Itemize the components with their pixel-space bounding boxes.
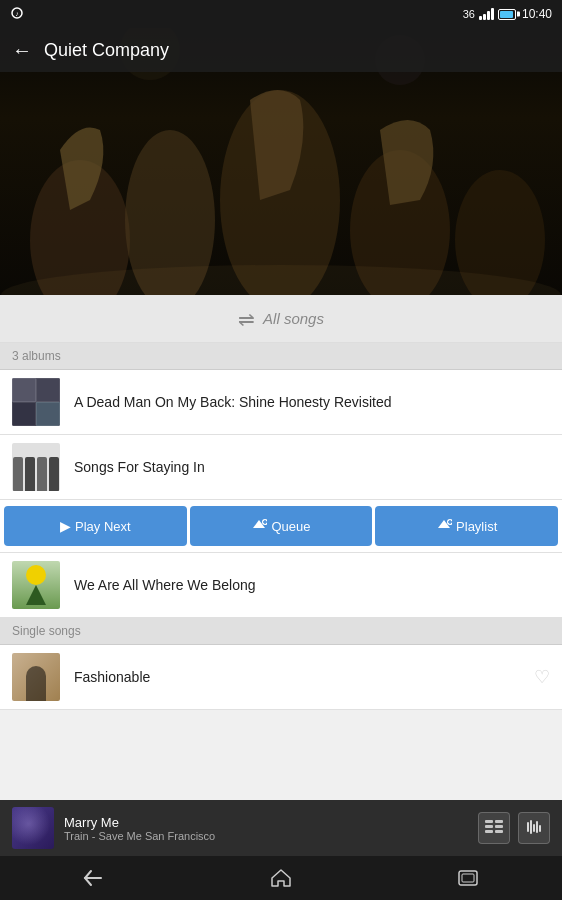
svg-rect-22: [536, 821, 538, 833]
signal-label: 36: [463, 8, 475, 20]
svg-rect-23: [539, 825, 541, 832]
playlist-button[interactable]: Playlist: [375, 506, 558, 546]
playlist-icon: [436, 518, 452, 535]
now-playing-thumb: [12, 807, 54, 849]
svg-rect-15: [485, 825, 493, 828]
singles-section-header: Single songs: [0, 618, 562, 645]
battery-icon: [498, 9, 516, 20]
now-playing-subtitle: Train - Save Me San Francisco: [64, 830, 468, 842]
svg-rect-26: [462, 874, 474, 882]
queue-icon: [251, 518, 267, 535]
heart-icon[interactable]: ♡: [534, 666, 550, 688]
now-playing-actions: [478, 812, 550, 844]
signal-bars: [479, 8, 494, 20]
single-title-1: Fashionable: [74, 669, 150, 685]
play-next-button[interactable]: ▶ Play Next: [4, 506, 187, 546]
queue-list-icon: [485, 820, 503, 837]
now-playing-title: Marry Me: [64, 815, 468, 830]
svg-rect-13: [485, 820, 493, 823]
svg-rect-20: [530, 820, 532, 834]
album-item-1[interactable]: A Dead Man On My Back: Shine Honesty Rev…: [0, 370, 562, 435]
svg-rect-21: [533, 824, 535, 832]
shuffle-row[interactable]: ⇌ All songs: [0, 295, 562, 343]
main-content: ⇌ All songs 3 albums A Dead Man On My Ba…: [0, 295, 562, 800]
album-thumb-1: [12, 378, 60, 426]
navigation-bar: [0, 856, 562, 900]
nav-back-button[interactable]: [69, 862, 119, 894]
app-header: ← Quiet Company: [0, 28, 562, 72]
album-item-3[interactable]: We Are All Where We Belong: [0, 553, 562, 618]
equalizer-button[interactable]: [518, 812, 550, 844]
svg-rect-16: [495, 825, 503, 828]
svg-rect-19: [527, 822, 529, 832]
single-item-1[interactable]: Fashionable ♡: [0, 645, 562, 710]
svg-text:♪: ♪: [15, 10, 19, 17]
svg-rect-14: [495, 820, 503, 823]
nav-home-button[interactable]: [256, 862, 306, 894]
album-title-2: Songs For Staying In: [74, 459, 205, 475]
back-button[interactable]: ←: [12, 39, 32, 62]
notification-icon: ♪: [10, 6, 24, 22]
shuffle-icon: ⇌: [238, 307, 255, 331]
status-right: 36 10:40: [463, 7, 552, 21]
page-title: Quiet Company: [44, 40, 169, 61]
nav-recents-button[interactable]: [443, 862, 493, 894]
queue-view-button[interactable]: [478, 812, 510, 844]
clock: 10:40: [522, 7, 552, 21]
album-title-1: A Dead Man On My Back: Shine Honesty Rev…: [74, 394, 391, 410]
album-title-3: We Are All Where We Belong: [74, 577, 256, 593]
now-playing-bar: Marry Me Train - Save Me San Francisco: [0, 800, 562, 856]
svg-rect-18: [495, 830, 503, 833]
album-thumb-3: [12, 561, 60, 609]
queue-button[interactable]: Queue: [190, 506, 373, 546]
album-thumb-2: [12, 443, 60, 491]
play-next-icon: ▶: [60, 518, 71, 534]
svg-rect-17: [485, 830, 493, 833]
album-item-2[interactable]: Songs For Staying In: [0, 435, 562, 500]
equalizer-icon: [526, 820, 542, 837]
status-bar: ♪ 36 10:40: [0, 0, 562, 28]
shuffle-label: All songs: [263, 310, 324, 327]
now-playing-info: Marry Me Train - Save Me San Francisco: [64, 815, 468, 842]
action-buttons-row: ▶ Play Next Queue Playlist: [0, 500, 562, 553]
albums-section-header: 3 albums: [0, 343, 562, 370]
single-thumb-1: [12, 653, 60, 701]
